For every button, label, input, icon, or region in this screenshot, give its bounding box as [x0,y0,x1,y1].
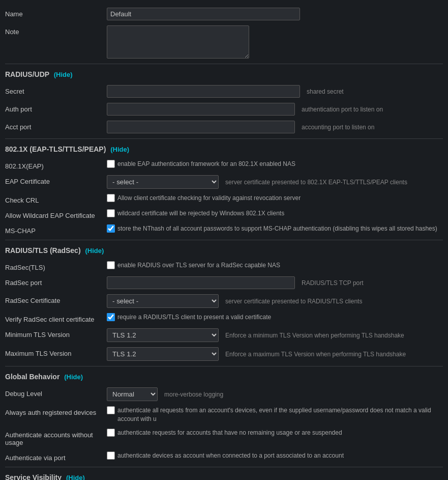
wildcard-label: Allow Wildcard EAP Certificate [5,209,107,219]
min-tls-helper: Enforce a minimum TLS Version when perfo… [225,332,404,339]
radius-udp-header: RADIUS/UDP (Hide) [5,64,443,82]
auth-port-row: Auth port 1812 authentication port to li… [5,100,443,118]
auth-via-port-text: authenticate devices as account when con… [117,451,344,460]
note-control [107,25,443,59]
secret-row: Secret shared secret [5,82,443,100]
verify-radsec-row: Verify RadSec client certificate require… [5,310,443,326]
acct-port-label: Acct port [5,121,107,131]
mschap-text: store the NThash of all account password… [117,224,437,233]
auth-no-usage-row: Authenticate accounts without usage auth… [5,426,443,449]
eap-label: 802.1X(EAP) [5,160,107,170]
min-tls-select[interactable]: TLS 1.0 TLS 1.1 TLS 1.2 TLS 1.3 [107,328,219,342]
note-row: Note [5,23,443,61]
global-behavior-toggle[interactable]: (Hide) [64,373,83,381]
auth-port-input[interactable]: 1812 [107,103,295,116]
always-auth-label: Always auth registered devices [5,406,107,416]
name-label: Name [5,8,107,18]
eap-cert-row: EAP Certificate - select - server certif… [5,173,443,191]
radsec-cert-control: - select - server certificate presented … [107,294,443,308]
acct-port-control: 1813 accounting port to listen on [107,121,443,133]
verify-radsec-checkbox[interactable] [107,313,115,321]
radius-tls-header: RADIUS/TLS (RadSec) (Hide) [5,240,443,259]
service-visibility-title: Service Visibility [5,473,62,480]
max-tls-row: Maximum TLS Version TLS 1.0 TLS 1.1 TLS … [5,345,443,363]
radsec-cert-label: RadSec Certificate [5,294,107,304]
auth-no-usage-checkbox[interactable] [107,429,115,437]
radsec-port-label: RadSec port [5,276,107,287]
secret-input[interactable] [107,85,300,98]
max-tls-helper: Enforce a maximum TLS Version when perfo… [225,351,406,358]
radsec-control: enable RADIUS over TLS server for a RadS… [107,261,443,270]
acct-port-spinner: 1813 [107,121,295,133]
name-value: Default [107,8,300,20]
radsec-cert-row: RadSec Certificate - select - server cer… [5,292,443,310]
wildcard-text: wildcard certificate will be rejected by… [117,209,284,218]
secret-helper: shared secret [307,88,344,95]
debug-level-row: Debug Level Normal Verbose Debug more-ve… [5,385,443,404]
check-crl-text: Allow client certificate checking for va… [117,194,301,203]
global-behavior-title: Global Behavior [5,373,59,381]
auth-port-helper: authentication port to listen on [302,106,383,113]
radsec-text: enable RADIUS over TLS server for a RadS… [117,261,280,270]
mschap-label: MS-CHAP [5,224,107,235]
radsec-port-control: 2083 RADIUS/TLS TCP port [107,276,443,289]
radsec-checkbox[interactable] [107,261,115,269]
auth-port-label: Auth port [5,103,107,113]
always-auth-checkbox-row: authenticate all requests from an accoun… [107,406,443,423]
min-tls-control: TLS 1.0 TLS 1.1 TLS 1.2 TLS 1.3 Enforce … [107,328,443,342]
auth-no-usage-label: Authenticate accounts without usage [5,429,107,446]
eap-cert-select[interactable]: - select - [107,175,219,189]
wildcard-row: Allow Wildcard EAP Certificate wildcard … [5,207,443,222]
always-auth-row: Always auth registered devices authentic… [5,404,443,426]
debug-helper: more-verbose logging [164,391,223,398]
wildcard-checkbox-row: wildcard certificate will be rejected by… [107,209,284,218]
radsec-cert-helper: server certificate presented to RADIUS/T… [225,298,362,305]
verify-radsec-control: require a RADIUS/TLS client to present a… [107,313,443,322]
radius-tls-toggle[interactable]: (Hide) [85,247,104,255]
name-row: Name Default [5,5,443,23]
radsec-port-input[interactable]: 2083 [107,276,295,289]
radsec-cert-select[interactable]: - select - [107,294,219,308]
debug-level-control: Normal Verbose Debug more-verbose loggin… [107,387,443,401]
mschap-control: store the NThash of all account password… [107,224,443,233]
secret-label: Secret [5,85,107,95]
max-tls-select[interactable]: TLS 1.0 TLS 1.1 TLS 1.2 TLS 1.3 [107,347,219,361]
auth-port-spinner: 1812 [107,103,295,116]
radius-tls-title: RADIUS/TLS (RadSec) [5,246,81,255]
eap-checkbox-row: enable EAP authentication framework for … [107,160,295,168]
debug-level-select[interactable]: Normal Verbose Debug [107,387,158,401]
name-control: Default [107,8,443,20]
auth-no-usage-checkbox-row: authenticate requests for accounts that … [107,429,342,437]
radsec-row: RadSec(TLS) enable RADIUS over TLS serve… [5,259,443,274]
page-content: Name Default Note RADIUS/UDP (Hide) Secr… [0,0,448,480]
wildcard-control: wildcard certificate will be rejected by… [107,209,443,218]
always-auth-checkbox[interactable] [107,406,115,414]
note-label: Note [5,25,107,36]
auth-via-port-checkbox-row: authenticate devices as account when con… [107,451,344,460]
wildcard-checkbox[interactable] [107,209,115,217]
mschap-row: MS-CHAP store the NThash of all account … [5,222,443,237]
radius-udp-toggle[interactable]: (Hide) [54,71,73,78]
auth-via-port-row: Authenticate via port authenticate devic… [5,449,443,464]
mschap-checkbox[interactable] [107,224,115,233]
eap-checkbox[interactable] [107,160,115,168]
ieee8021x-header: 802.1X (EAP-TLS/TTLS/PEAP) (Hide) [5,138,443,157]
auth-via-port-checkbox[interactable] [107,451,115,460]
note-textarea[interactable] [107,25,249,59]
check-crl-control: Allow client certificate checking for va… [107,194,443,203]
mschap-checkbox-row: store the NThash of all account password… [107,224,437,233]
check-crl-checkbox[interactable] [107,194,115,202]
service-visibility-toggle[interactable]: (Hide) [66,474,85,480]
check-crl-checkbox-row: Allow client certificate checking for va… [107,194,301,203]
acct-port-input[interactable]: 1813 [107,121,295,133]
ieee8021x-title: 802.1X (EAP-TLS/TTLS/PEAP) [5,145,106,153]
min-tls-label: Minimum TLS Version [5,328,107,338]
global-behavior-header: Global Behavior (Hide) [5,366,443,385]
ieee8021x-toggle[interactable]: (Hide) [110,146,129,153]
always-auth-control: authenticate all requests from an accoun… [107,406,443,423]
debug-level-label: Debug Level [5,387,107,398]
acct-port-helper: accounting port to listen on [302,124,374,131]
check-crl-label: Check CRL [5,194,107,204]
auth-via-port-label: Authenticate via port [5,451,107,462]
eap-checkbox-text: enable EAP authentication framework for … [117,160,295,168]
